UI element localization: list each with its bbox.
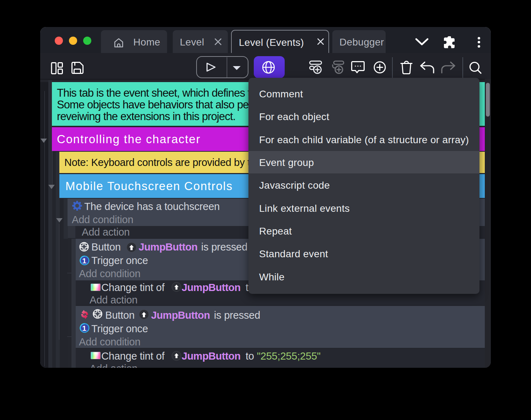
svg-text:1: 1 (82, 257, 86, 265)
svg-text:1: 1 (82, 324, 86, 332)
